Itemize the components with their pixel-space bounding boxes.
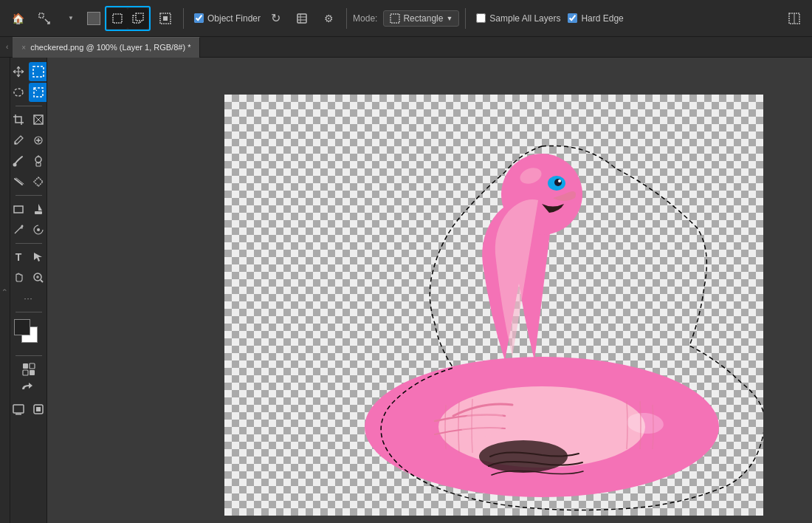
mode-value: Rectangle bbox=[403, 13, 443, 24]
rect-shape-tool-button[interactable] bbox=[10, 199, 28, 219]
sample-all-layers-group: Sample All Layers bbox=[476, 13, 560, 24]
rotate-canvas-button[interactable] bbox=[19, 382, 38, 397]
hard-edge-group: Hard Edge bbox=[568, 13, 623, 24]
more-tools-icon: ··· bbox=[24, 294, 32, 303]
object-finder-label: Object Finder bbox=[207, 13, 261, 24]
rect-shape-tool-icon bbox=[13, 203, 24, 215]
healing-tool-button[interactable] bbox=[29, 131, 47, 150]
object-finder-checkbox[interactable] bbox=[194, 13, 204, 23]
svg-rect-1 bbox=[113, 14, 122, 23]
svg-rect-3 bbox=[136, 13, 143, 21]
clone-stamp-tool-icon bbox=[32, 155, 44, 167]
sample-all-layers-checkbox[interactable] bbox=[476, 13, 486, 23]
home-icon: 🏠 bbox=[12, 13, 24, 24]
move-tool-button[interactable] bbox=[10, 62, 28, 81]
anchor-point-tool-button[interactable] bbox=[29, 220, 47, 239]
history-icon bbox=[296, 13, 308, 24]
hand-tool-button[interactable] bbox=[10, 268, 28, 287]
screen-mode-2-icon bbox=[32, 403, 44, 415]
svg-point-24 bbox=[13, 163, 17, 167]
screen-mode-row bbox=[10, 400, 47, 419]
svg-rect-6 bbox=[297, 14, 306, 23]
screen-mode-icon bbox=[13, 403, 24, 415]
svg-rect-5 bbox=[163, 16, 168, 21]
brush-tool-button[interactable] bbox=[10, 151, 28, 171]
crop-tool-button[interactable] bbox=[10, 110, 28, 129]
color-swatch-toolbar[interactable] bbox=[87, 12, 100, 25]
pen-anchor-row bbox=[10, 220, 47, 239]
eyedropper-tool-button[interactable] bbox=[10, 131, 28, 150]
lasso-row bbox=[10, 83, 47, 102]
refresh-icon: ↻ bbox=[271, 11, 281, 25]
hard-edge-checkbox[interactable] bbox=[568, 13, 577, 23]
hard-edge-label: Hard Edge bbox=[581, 13, 623, 24]
screen-mode-2-button[interactable] bbox=[29, 400, 47, 419]
clone-stamp-tool-button[interactable] bbox=[29, 151, 47, 171]
patch-tool-button[interactable] bbox=[29, 172, 47, 191]
pen-tool-button[interactable] bbox=[10, 220, 28, 239]
separator-2 bbox=[346, 8, 347, 29]
settings-button[interactable]: ⚙ bbox=[317, 7, 340, 30]
more-tools-button[interactable]: ··· bbox=[19, 289, 38, 308]
path-select-tool-button[interactable] bbox=[29, 247, 47, 267]
panel-collapse-tab[interactable]: ‹ bbox=[0, 58, 10, 523]
select-dropdown-button[interactable]: ▼ bbox=[59, 7, 83, 30]
transform-selection-button[interactable] bbox=[154, 7, 177, 30]
svg-point-25 bbox=[35, 157, 41, 163]
color-swatches[interactable] bbox=[14, 319, 44, 349]
canvas-area[interactable] bbox=[47, 58, 812, 523]
svg-point-20 bbox=[15, 143, 17, 145]
document-tab[interactable]: × checkered.png @ 100% (Layer 1, RGB/8#)… bbox=[13, 37, 200, 58]
svg-rect-35 bbox=[23, 363, 28, 369]
smudge-tool-button[interactable] bbox=[10, 172, 28, 191]
add-selection-icon bbox=[132, 13, 144, 24]
eyedropper-healing-row bbox=[10, 131, 47, 150]
text-arrow-row: T bbox=[10, 247, 47, 267]
rotate-canvas-icon bbox=[19, 382, 38, 397]
history-button[interactable] bbox=[290, 7, 314, 30]
tool-separator-1 bbox=[16, 106, 42, 106]
brush-stamp-row bbox=[10, 151, 47, 171]
mode-dropdown[interactable]: Rectangle ▼ bbox=[383, 10, 459, 27]
select-move-icon bbox=[38, 13, 50, 24]
expand-button[interactable] bbox=[782, 7, 806, 30]
path-select-tool-icon bbox=[32, 251, 44, 263]
screen-mode-button[interactable] bbox=[10, 400, 28, 419]
marquee-rect-tool-button[interactable] bbox=[29, 62, 47, 81]
fill-tool-button[interactable] bbox=[29, 199, 47, 219]
select-dropdown-arrow-icon: ▼ bbox=[68, 15, 74, 21]
move-select-row bbox=[10, 62, 47, 81]
lasso-tool-button[interactable] bbox=[10, 83, 28, 102]
svg-rect-40 bbox=[16, 414, 21, 415]
smudge-tool-icon bbox=[13, 176, 24, 188]
anchor-point-tool-icon bbox=[32, 224, 44, 236]
home-button[interactable]: 🏠 bbox=[6, 7, 30, 30]
expand-icon bbox=[788, 13, 800, 24]
panel-collapse-icon[interactable]: ‹ bbox=[6, 43, 8, 51]
refresh-button[interactable]: ↻ bbox=[264, 7, 287, 30]
zoom-tool-button[interactable] bbox=[29, 268, 47, 287]
new-selection-button[interactable] bbox=[107, 8, 128, 29]
svg-point-48 bbox=[554, 179, 562, 186]
sample-all-layers-label: Sample All Layers bbox=[489, 13, 560, 24]
quick-mask-button[interactable] bbox=[19, 360, 38, 379]
warp-tool-button[interactable] bbox=[29, 110, 47, 129]
foreground-color-swatch[interactable] bbox=[14, 319, 30, 335]
svg-rect-27 bbox=[14, 206, 23, 213]
svg-line-32 bbox=[41, 280, 43, 282]
add-selection-button[interactable] bbox=[128, 8, 148, 29]
flamingo-image bbox=[224, 95, 763, 516]
tool-separator-5 bbox=[16, 355, 42, 356]
svg-point-14 bbox=[14, 89, 23, 96]
select-move-tool[interactable] bbox=[32, 7, 56, 30]
rect-lasso-tool-button[interactable] bbox=[29, 83, 47, 102]
tab-close-button[interactable]: × bbox=[21, 44, 26, 52]
tool-separator-3 bbox=[16, 243, 42, 244]
svg-rect-36 bbox=[30, 363, 35, 369]
document-canvas bbox=[224, 95, 763, 516]
main-content: ‹ bbox=[0, 58, 812, 523]
transform-selection-icon bbox=[159, 13, 171, 24]
text-tool-button[interactable]: T bbox=[10, 247, 28, 267]
svg-rect-39 bbox=[13, 405, 24, 413]
object-finder-group: Object Finder bbox=[194, 13, 261, 24]
